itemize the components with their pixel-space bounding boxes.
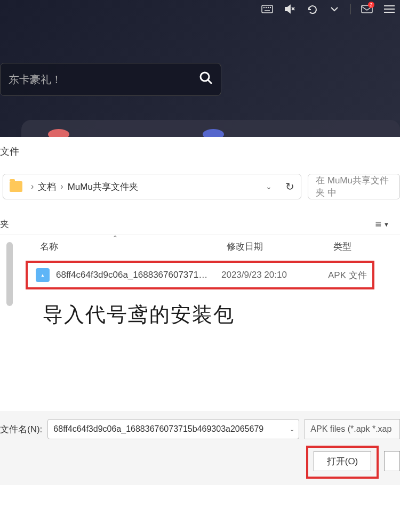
svg-point-1 [264,7,265,8]
undo-icon[interactable] [306,3,318,15]
refresh-icon[interactable]: ↻ [285,180,294,193]
column-date-header[interactable]: 修改日期 [227,240,333,253]
open-button[interactable]: 打开(O) [314,451,371,471]
file-list: ⌃ 名称 修改日期 类型 68ff4c64f3d9c06a_1688367607… [0,235,400,289]
scrollbar-thumb[interactable] [6,242,13,306]
file-row[interactable]: 68ff4c64f3d9c06a_1688367607371… 2023/9/2… [28,268,372,282]
file-date-cell: 2023/9/23 20:10 [221,270,328,280]
file-name-cell: 68ff4c64f3d9c06a_1688367607371… [56,270,221,280]
menu-icon[interactable] [383,3,396,15]
sort-indicator-icon: ⌃ [112,234,118,243]
page-bottom-margin [0,485,400,532]
instruction-overlay-text: 导入代号鸢的安装包 [43,301,235,328]
column-headers: ⌃ 名称 修改日期 类型 [0,235,400,258]
svg-rect-0 [262,5,273,13]
toolbar-divider [350,4,351,14]
svg-point-4 [270,7,271,8]
dialog-title: 文件 [0,137,400,166]
filename-label: 文件名(N): [0,423,42,436]
breadcrumb-dropdown-icon[interactable]: ⌄ [266,182,272,191]
view-options-row: 夹 ≡ ▼ [0,218,400,230]
filename-input[interactable]: 68ff4c64f3d9c06a_16883676073715b469303a2… [47,419,299,439]
svg-point-3 [268,7,269,8]
dialog-footer: 文件名(N): 68ff4c64f3d9c06a_16883676073715b… [0,411,400,485]
chevron-down-icon[interactable] [328,3,341,15]
svg-point-12 [201,72,209,81]
svg-point-2 [266,7,267,8]
keyboard-icon[interactable] [261,3,274,15]
breadcrumb-item[interactable]: MuMu共享文件夹 [68,181,138,193]
search-in-folder-input[interactable]: 在 MuMu共享文件夹 中 [308,174,400,199]
app-row-preview [21,120,400,137]
file-type-cell: APK 文件 [328,269,372,281]
emulator-toolbar: 2 [261,3,396,15]
search-placeholder-text: 东卡豪礼！ [9,72,199,87]
action-buttons-row: 打开(O) [0,446,400,479]
highlighted-file-annotation: 68ff4c64f3d9c06a_1688367607371… 2023/9/2… [26,261,374,289]
volume-mute-icon[interactable] [283,3,296,15]
navigation-row: › 文档 › MuMu共享文件夹 ⌄ ↻ 在 MuMu共享文件夹 中 [0,174,400,199]
view-toggle-icon[interactable]: ≡ ▼ [375,218,389,230]
highlighted-open-annotation: 打开(O) [306,446,379,479]
apk-file-icon [36,268,50,282]
column-name-header[interactable]: ⌃ 名称 [0,240,227,253]
svg-line-13 [208,80,212,84]
breadcrumb-item[interactable]: 文档 [38,181,56,193]
emulator-search-bar[interactable]: 东卡豪礼！ [0,63,221,96]
notification-badge: 2 [368,2,374,8]
view-label: 夹 [0,218,9,230]
folder-icon [10,181,22,192]
breadcrumb-separator: › [60,182,63,191]
search-icon[interactable] [199,71,213,88]
column-type-header[interactable]: 类型 [333,240,400,253]
filename-dropdown-icon[interactable]: ⌄ [290,426,294,433]
cancel-button-partial[interactable] [384,451,400,471]
breadcrumb-bar[interactable]: › 文档 › MuMu共享文件夹 ⌄ ↻ [3,174,301,199]
file-type-filter[interactable]: APK files (*.apk *.xap [305,419,400,439]
mail-icon[interactable]: 2 [361,3,373,15]
filename-row: 文件名(N): 68ff4c64f3d9c06a_16883676073715b… [0,419,400,446]
breadcrumb-separator: › [31,182,34,191]
